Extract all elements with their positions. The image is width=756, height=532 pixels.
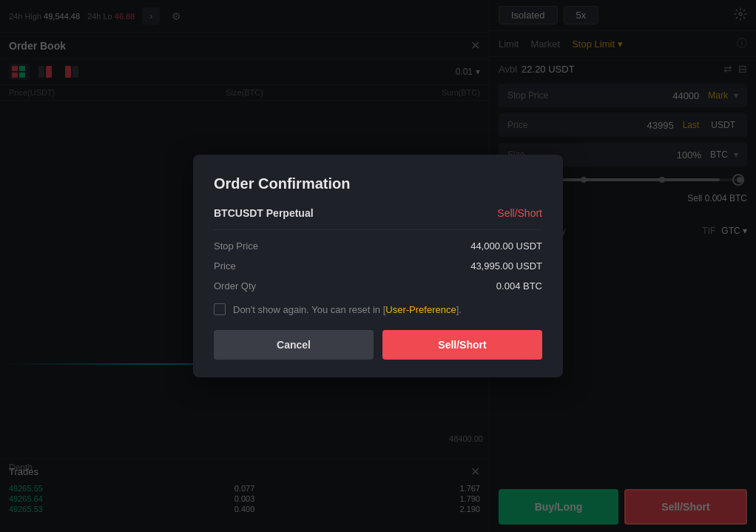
modal-order-qty-row: Order Qty 0.004 BTC: [214, 280, 542, 292]
modal-stop-price-label: Stop Price: [214, 240, 258, 252]
modal-stop-price-value: 44,000.00 USDT: [470, 240, 542, 252]
modal-price-value: 43,995.00 USDT: [470, 260, 542, 272]
modal-stop-price-row: Stop Price 44,000.00 USDT: [214, 240, 542, 252]
modal-order-qty-value: 0.004 BTC: [496, 280, 542, 292]
dont-show-checkbox[interactable]: [214, 303, 226, 315]
modal-divider: [214, 229, 542, 230]
dont-show-label: Don't show again. You can reset in [User…: [233, 304, 462, 315]
modal-price-row: Price 43,995.00 USDT: [214, 260, 542, 272]
modal-title: Order Confirmation: [214, 175, 542, 192]
modal-buttons: Cancel Sell/Short: [214, 330, 542, 360]
modal-sell-short-button[interactable]: Sell/Short: [382, 330, 542, 360]
modal-instrument-name: BTCUSDT Perpetual: [214, 207, 314, 219]
modal-order-qty-label: Order Qty: [214, 280, 256, 292]
modal-side: Sell/Short: [497, 207, 542, 219]
modal-cancel-button[interactable]: Cancel: [214, 330, 374, 360]
modal-price-label: Price: [214, 260, 236, 272]
modal-instrument-row: BTCUSDT Perpetual Sell/Short: [214, 207, 542, 219]
modal-overlay: Order Confirmation BTCUSDT Perpetual Sel…: [0, 0, 756, 532]
modal-dont-show-row: Don't show again. You can reset in [User…: [214, 303, 542, 315]
order-confirmation-modal: Order Confirmation BTCUSDT Perpetual Sel…: [193, 155, 563, 377]
main-layout: 24h High 49,544.48 24h Lo 46.88 › ⚙ Orde…: [0, 0, 756, 532]
